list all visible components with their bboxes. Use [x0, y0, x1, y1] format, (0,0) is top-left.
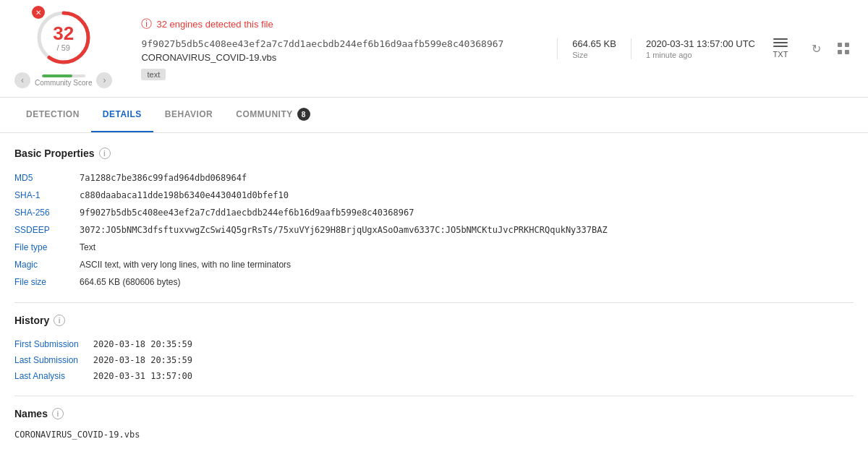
file-hash: 9f9027b5db5c408ee43ef2a7c7dd1aecbdb244ef…: [141, 38, 542, 49]
community-score-label: Community Score: [35, 79, 92, 87]
table-row: SHA-1 c880daabaca11dde198b6340e4430401d0…: [14, 187, 854, 204]
table-row: Magic ASCII text, with very long lines, …: [14, 256, 854, 273]
basic-properties-info-icon[interactable]: i: [99, 148, 111, 159]
tab-community-label: COMMUNITY: [236, 109, 293, 119]
svg-rect-2: [838, 43, 842, 47]
svg-rect-5: [845, 50, 849, 54]
history-val-last: 2020-03-18 20:35:59: [93, 352, 192, 368]
prop-key-filetype: File type: [14, 239, 80, 256]
hamburger-icon: [773, 38, 788, 47]
divider-2: [14, 396, 854, 396]
tab-behavior[interactable]: BEHAVIOR: [153, 98, 224, 132]
tab-details-label: DETAILS: [103, 109, 142, 119]
tabs-bar: DETECTION DETAILS BEHAVIOR COMMUNITY 8: [0, 98, 868, 133]
history-title: History i: [14, 315, 854, 326]
file-tag[interactable]: text: [141, 69, 166, 80]
txt-label: TXT: [773, 50, 788, 59]
prop-key-filesize: File size: [14, 273, 80, 291]
tab-detection[interactable]: DETECTION: [14, 98, 91, 132]
meta-date: 2020-03-31 13:57:00 UTC 1 minute ago: [646, 38, 755, 59]
prop-val-filetype: Text: [80, 239, 854, 256]
hamburger-line-1: [773, 38, 788, 40]
file-date-label: 1 minute ago: [646, 51, 755, 59]
table-row: MD5 7a1288c7be386c99fad964dbd068964f: [14, 169, 854, 187]
file-size-label: Size: [572, 51, 616, 59]
community-bar-wrap: Community Score: [35, 74, 92, 87]
tab-behavior-label: BEHAVIOR: [165, 109, 213, 119]
tab-details[interactable]: DETAILS: [91, 98, 153, 132]
hamburger-line-3: [773, 46, 788, 47]
basic-properties-title: Basic Properties i: [14, 148, 854, 159]
prop-val-ssdeep: 3072:JO5bNMC3dfsftuxvwgZcSwi4Q5grRsTs/75…: [80, 221, 854, 239]
score-total: / 59: [53, 44, 74, 52]
score-number: 32: [53, 24, 74, 43]
community-badge: 8: [297, 108, 310, 121]
prop-val-md5: 7a1288c7be386c99fad964dbd068964f: [80, 169, 854, 187]
history-label: History: [14, 315, 49, 326]
table-row: File type Text: [14, 239, 854, 256]
score-inner: 32 / 59: [53, 24, 74, 52]
history-key-last: Last Submission: [14, 352, 93, 368]
community-bar: [42, 74, 85, 77]
alert-icon: ⓘ: [141, 17, 152, 31]
file-date-value: 2020-03-31 13:57:00 UTC: [646, 38, 755, 49]
score-section: 32 / 59 ✕ ‹ Community Score ›: [14, 9, 112, 88]
detection-alert: ⓘ 32 engines detected this file: [141, 17, 542, 31]
file-meta: 664.65 KB Size 2020-03-31 13:57:00 UTC 1…: [557, 38, 755, 59]
basic-properties-label: Basic Properties: [14, 148, 95, 159]
file-name: CORONAVIRUS_COVID-19.vbs: [141, 52, 542, 63]
reload-button[interactable]: ↻: [806, 38, 826, 59]
names-info-icon[interactable]: i: [52, 408, 64, 419]
table-row: SHA-256 9f9027b5db5c408ee43ef2a7c7dd1aec…: [14, 204, 854, 221]
detection-label: 32 engines detected this file: [156, 19, 273, 30]
meta-size: 664.65 KB Size: [572, 38, 631, 59]
prop-val-magic: ASCII text, with very long lines, with n…: [80, 256, 854, 273]
table-row: File size 664.65 KB (680606 bytes): [14, 273, 854, 291]
table-row: Last Submission 2020-03-18 20:35:59: [14, 352, 192, 368]
community-bar-fill: [42, 74, 72, 77]
table-row: First Submission 2020-03-18 20:35:59: [14, 336, 192, 352]
community-arrow-right[interactable]: ›: [96, 72, 112, 88]
properties-table: MD5 7a1288c7be386c99fad964dbd068964f SHA…: [14, 169, 854, 291]
history-val-analysis: 2020-03-31 13:57:00: [93, 368, 192, 384]
history-table: First Submission 2020-03-18 20:35:59 Las…: [14, 336, 192, 384]
tab-community[interactable]: COMMUNITY 8: [224, 98, 322, 132]
top-icons: ↻: [806, 38, 854, 59]
file-size-value: 664.65 KB: [572, 38, 616, 49]
prop-key-ssdeep: SSDEEP: [14, 221, 80, 239]
table-row: Last Analysis 2020-03-31 13:57:00: [14, 368, 192, 384]
community-arrow-left[interactable]: ‹: [14, 72, 30, 88]
txt-button[interactable]: TXT: [762, 38, 799, 59]
hamburger-line-2: [773, 42, 788, 43]
prop-val-filesize: 664.65 KB (680606 bytes): [80, 273, 854, 291]
grid-button[interactable]: [833, 38, 854, 59]
content-area: Basic Properties i MD5 7a1288c7be386c99f…: [0, 133, 868, 454]
tab-detection-label: DETECTION: [26, 109, 80, 119]
names-title: Names i: [14, 408, 854, 419]
top-bar: 32 / 59 ✕ ‹ Community Score › ⓘ 32 engin…: [0, 0, 868, 98]
prop-val-sha1: c880daabaca11dde198b6340e4430401d0bfef10: [80, 187, 854, 204]
prop-key-sha256: SHA-256: [14, 204, 80, 221]
names-value: CORONAVIRUS_COVID-19.vbs: [14, 430, 854, 440]
svg-rect-4: [838, 50, 842, 54]
names-label: Names: [14, 408, 48, 419]
prop-key-sha1: SHA-1: [14, 187, 80, 204]
score-circle-container: 32 / 59 ✕: [35, 9, 93, 67]
history-key-first: First Submission: [14, 336, 93, 352]
history-key-analysis: Last Analysis: [14, 368, 93, 384]
svg-rect-3: [845, 43, 849, 47]
history-info-icon[interactable]: i: [54, 315, 65, 326]
score-circle: 32 / 59: [35, 9, 93, 67]
divider-1: [14, 302, 854, 303]
community-section: ‹ Community Score ›: [14, 72, 112, 88]
header-info: ⓘ 32 engines detected this file 9f9027b5…: [134, 17, 542, 80]
table-row: SSDEEP 3072:JO5bNMC3dfsftuxvwgZcSwi4Q5gr…: [14, 221, 854, 239]
prop-key-md5: MD5: [14, 169, 80, 187]
prop-key-magic: Magic: [14, 256, 80, 273]
history-val-first: 2020-03-18 20:35:59: [93, 336, 192, 352]
prop-val-sha256: 9f9027b5db5c408ee43ef2a7c7dd1aecbdb244ef…: [80, 204, 854, 221]
x-badge: ✕: [32, 6, 45, 19]
